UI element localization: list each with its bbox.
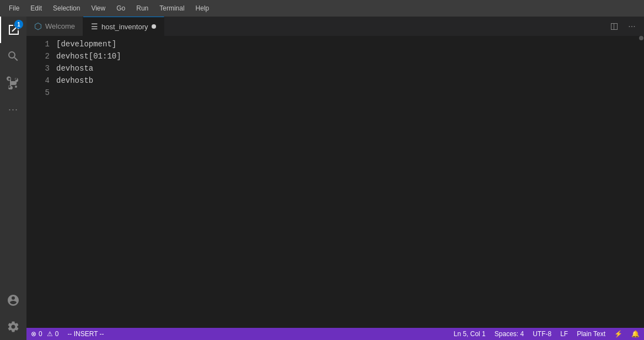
status-cursor[interactable]: Ln 5, Col 1: [449, 328, 490, 340]
code-editor[interactable]: [development] devhost[01:10] devhosta de…: [54, 36, 638, 328]
status-vim-mode[interactable]: -- INSERT --: [63, 328, 108, 340]
line-numbers: 1 2 3 4 5: [26, 36, 54, 328]
tab-host-inventory[interactable]: ☰ host_inventory: [83, 17, 164, 36]
line-number: 4: [26, 75, 50, 87]
vertical-scrollbar[interactable]: [638, 36, 644, 328]
scrollbar-thumb[interactable]: [639, 36, 643, 40]
status-line-ending[interactable]: LF: [556, 328, 572, 340]
status-language[interactable]: Plain Text: [572, 328, 610, 340]
main-area: 1 ···: [0, 17, 644, 340]
status-bar: ⊗ 0 ⚠ 0 -- INSERT -- Ln 5, Col 1 Spaces:…: [26, 328, 644, 340]
tab-modified-dot: [152, 24, 156, 29]
code-line-2: devhost[01:10]: [54, 50, 638, 62]
warning-count: 0: [55, 330, 59, 338]
line-number: 1: [26, 38, 50, 50]
line-ending-text: LF: [560, 330, 568, 338]
tab-bar: ⬡ Welcome ☰ host_inventory ···: [26, 17, 644, 36]
activity-extensions[interactable]: ···: [0, 96, 26, 123]
status-encoding[interactable]: UTF-8: [528, 328, 556, 340]
cursor-position: Ln 5, Col 1: [454, 330, 486, 338]
tab-host-inventory-label: host_inventory: [101, 23, 148, 31]
activity-explorer[interactable]: 1: [0, 17, 26, 43]
error-count: 0: [39, 330, 42, 338]
menu-file[interactable]: File: [4, 3, 24, 13]
status-errors[interactable]: ⊗ 0 ⚠ 0: [26, 328, 63, 340]
activity-account[interactable]: [0, 287, 26, 314]
bell-icon: 🔔: [631, 330, 640, 338]
activity-settings[interactable]: [0, 314, 26, 340]
vim-mode-text: -- INSERT --: [67, 330, 104, 338]
status-notifications[interactable]: 🔔: [627, 328, 644, 340]
spaces-text: Spaces: 4: [495, 330, 524, 338]
line-number: 3: [26, 62, 50, 75]
error-icon: ⊗: [31, 330, 36, 338]
code-line-4: devhostb: [54, 75, 638, 87]
menu-selection[interactable]: Selection: [49, 3, 84, 13]
line-number: 2: [26, 50, 50, 62]
menu-view[interactable]: View: [87, 3, 110, 13]
remote-icon: ⚡: [614, 330, 622, 338]
editor-area: ⬡ Welcome ☰ host_inventory ···: [26, 17, 644, 340]
menu-terminal[interactable]: Terminal: [155, 3, 189, 13]
status-remote[interactable]: ⚡: [610, 328, 627, 340]
menu-edit[interactable]: Edit: [26, 3, 46, 13]
tab-welcome[interactable]: ⬡ Welcome: [26, 17, 83, 36]
menu-bar: File Edit Selection View Go Run Terminal…: [0, 0, 644, 17]
tab-welcome-label: Welcome: [45, 22, 75, 30]
menu-run[interactable]: Run: [132, 3, 153, 13]
menu-go[interactable]: Go: [112, 3, 130, 13]
activity-source-control[interactable]: [0, 70, 26, 96]
activity-bar: 1 ···: [0, 17, 26, 340]
language-text: Plain Text: [577, 330, 605, 338]
status-spaces[interactable]: Spaces: 4: [490, 328, 528, 340]
menu-help[interactable]: Help: [191, 3, 214, 13]
code-line-1: [development]: [54, 38, 638, 50]
code-line-3: devhosta: [54, 62, 638, 75]
activity-search[interactable]: [0, 43, 26, 70]
explorer-badge: 1: [14, 20, 23, 29]
split-editor-button[interactable]: [607, 19, 622, 34]
line-number: 5: [26, 87, 50, 99]
more-actions-button[interactable]: ···: [624, 19, 640, 34]
editor-content[interactable]: 1 2 3 4 5 [development] devhost[01:10] d…: [26, 36, 644, 328]
ellipsis-icon: ···: [628, 22, 635, 31]
vscode-icon: ⬡: [34, 21, 42, 31]
tab-actions: ···: [607, 17, 644, 36]
encoding-text: UTF-8: [533, 330, 551, 338]
warning-icon: ⚠: [47, 330, 53, 338]
list-icon: ☰: [91, 22, 98, 31]
